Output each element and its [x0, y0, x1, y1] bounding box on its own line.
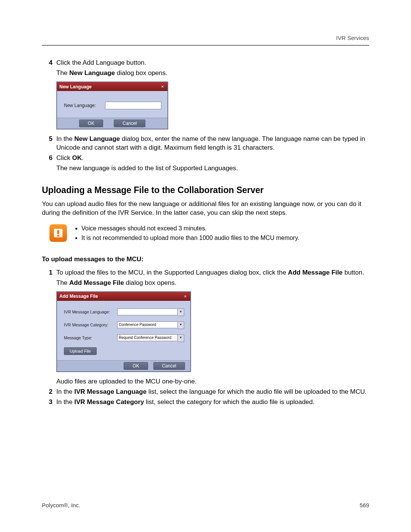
section-intro: You can upload audio files for the new l…	[42, 200, 369, 217]
page-header-label: IVR Services	[42, 34, 369, 42]
dialog-body: IVR Message Language: ▼ IVR Message Cate…	[57, 301, 190, 360]
step-number: 1	[42, 268, 53, 277]
svg-rect-2	[57, 235, 59, 236]
ivr-category-value: Conference Password	[117, 321, 178, 328]
text-bold: New Language	[74, 135, 120, 142]
step-b3: 3 In the IVR Message Category list, sele…	[42, 398, 369, 407]
cancel-button[interactable]: Cancel	[153, 362, 185, 370]
step-text: Click the Add Language button.	[56, 59, 369, 67]
text: list, select the language for which the …	[147, 388, 366, 395]
text-bold: New Language	[69, 69, 115, 77]
text-bold: OK	[72, 154, 82, 161]
close-icon[interactable]: ×	[183, 294, 188, 299]
warning-icon	[49, 224, 67, 242]
step-followup: The New Language dialog box opens.	[56, 69, 369, 78]
dialog-footer: OK Cancel	[57, 360, 190, 371]
chevron-down-icon[interactable]: ▼	[178, 321, 184, 329]
new-language-label: New Language:	[64, 102, 105, 109]
dialog-body: New Language:	[57, 91, 167, 118]
ivr-language-value	[117, 308, 178, 315]
new-language-dialog: New Language × New Language: OK Cancel	[56, 81, 168, 129]
step-followup: The new language is added to the list of…	[56, 164, 369, 173]
message-type-select[interactable]: Request Conference Password ▼	[117, 334, 184, 342]
note-block: Voice messages should not exceed 3 minut…	[49, 224, 369, 244]
step-6: 6 Click OK.	[42, 154, 369, 163]
add-message-file-dialog: Add Message File × IVR Message Language:…	[56, 291, 191, 372]
message-type-value: Request Conference Password	[117, 334, 178, 341]
text-bold: IVR Message Category	[74, 398, 144, 406]
text: To upload the files to the MCU, in the S…	[56, 269, 288, 276]
text: .	[82, 154, 84, 161]
ivr-category-select[interactable]: Conference Password ▼	[117, 321, 184, 329]
footer-page-number: 569	[360, 502, 369, 509]
message-type-label: Message Type:	[64, 335, 117, 341]
text-bold: Add Message File	[69, 279, 124, 286]
step-followup: Audio files are uploaded to the MCU one-…	[56, 377, 369, 386]
step-number: 2	[42, 388, 53, 396]
ivr-language-label: IVR Message Language:	[64, 309, 117, 315]
dialog-footer: OK Cancel	[57, 118, 167, 129]
text: The new language is added to the list of…	[56, 165, 238, 172]
ok-button[interactable]: OK	[79, 120, 103, 127]
ok-button[interactable]: OK	[124, 362, 148, 370]
step-5: 5 In the New Language dialog box, enter …	[42, 135, 369, 152]
step-text: To upload the files to the MCU, in the S…	[56, 268, 369, 277]
text: dialog box opens.	[115, 69, 167, 77]
upload-file-button[interactable]: Upload File	[64, 347, 97, 355]
chevron-down-icon[interactable]: ▼	[178, 308, 184, 316]
ivr-category-label: IVR Message Category:	[64, 322, 117, 328]
step-b1: 1 To upload the files to the MCU, in the…	[42, 268, 369, 277]
text: In the	[56, 135, 74, 142]
text: list, select the category for which the …	[144, 398, 315, 406]
text: button.	[342, 269, 364, 276]
note-bullet: Voice messages should not exceed 3 minut…	[81, 224, 299, 233]
text-bold: Add Message File	[288, 269, 343, 276]
step-text: Click OK.	[56, 154, 369, 163]
cancel-button[interactable]: Cancel	[114, 120, 145, 127]
section-heading: Uploading a Message File to the Collabor…	[42, 184, 369, 196]
dialog-title: New Language	[59, 84, 92, 90]
svg-rect-1	[57, 230, 59, 234]
step-number: 3	[42, 398, 53, 407]
text: In the	[56, 388, 74, 395]
dialog-title-bar: Add Message File ×	[57, 292, 190, 301]
step-number: 5	[42, 135, 53, 144]
header-rule	[42, 45, 369, 46]
step-number: 6	[42, 154, 53, 163]
step-followup: The Add Message File dialog box opens.	[56, 279, 369, 288]
dialog-title-bar: New Language ×	[57, 82, 167, 91]
text: dialog box opens.	[124, 279, 177, 286]
note-bullets: Voice messages should not exceed 3 minut…	[75, 224, 299, 244]
text: In the	[56, 398, 74, 406]
footer-company: Polycom®, Inc.	[42, 502, 80, 509]
step-number: 4	[42, 59, 53, 67]
page-footer: Polycom®, Inc. 569	[42, 502, 369, 509]
step-4: 4 Click the Add Language button.	[42, 59, 369, 67]
close-icon[interactable]: ×	[160, 84, 165, 89]
note-bullet: It is not recommended to upload more tha…	[81, 234, 299, 242]
text: Click	[56, 154, 72, 161]
dialog-title: Add Message File	[59, 293, 98, 299]
chevron-down-icon[interactable]: ▼	[178, 334, 184, 342]
new-language-input[interactable]	[105, 102, 161, 109]
text: The	[56, 69, 69, 77]
text-bold: IVR Message Language	[74, 388, 147, 395]
ivr-language-select[interactable]: ▼	[117, 308, 184, 316]
step-text: In the IVR Message Language list, select…	[56, 388, 369, 396]
subheading: To upload messages to the MCU:	[42, 255, 369, 264]
text: The	[56, 279, 69, 286]
step-b2: 2 In the IVR Message Language list, sele…	[42, 388, 369, 396]
step-text: In the New Language dialog box, enter th…	[56, 135, 369, 152]
step-text: In the IVR Message Category list, select…	[56, 398, 369, 407]
